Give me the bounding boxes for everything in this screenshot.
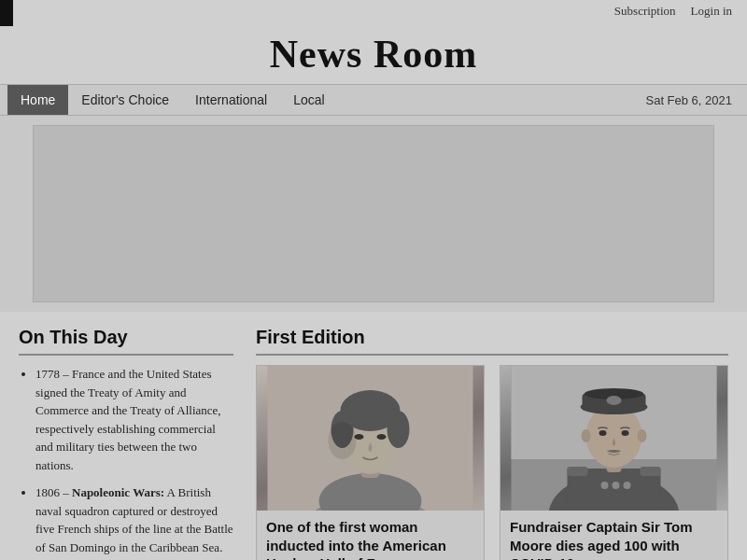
on-this-day-section: On This Day 1778 – France and the United…	[19, 327, 233, 560]
nav-item-local[interactable]: Local	[280, 85, 337, 115]
article-card-woman: One of the first woman inducted into the…	[256, 365, 485, 560]
svg-rect-16	[641, 467, 661, 476]
nav-bar: Home Editor's Choice International Local…	[0, 84, 747, 116]
nav-date: Sat Feb 6, 2021	[645, 93, 740, 107]
first-edition-divider	[256, 354, 728, 356]
site-header: News Room	[0, 22, 747, 84]
nav-items: Home Editor's Choice International Local	[7, 85, 645, 115]
svg-point-25	[607, 396, 622, 405]
svg-point-17	[601, 482, 609, 489]
top-bar: Subscription Login in	[0, 0, 747, 22]
subscription-link[interactable]: Subscription	[614, 4, 676, 19]
svg-point-18	[613, 482, 620, 489]
article-headline-tom[interactable]: Fundraiser Captain Sir Tom Moore dies ag…	[510, 518, 718, 560]
article-body-woman: One of the first woman inducted into the…	[257, 511, 484, 560]
article-image-tom	[500, 366, 727, 511]
svg-point-26	[582, 429, 591, 442]
svg-rect-15	[568, 467, 588, 476]
article-image-woman	[257, 366, 484, 511]
list-item: 1778 – France and the United States sign…	[35, 365, 233, 474]
svg-point-28	[599, 430, 607, 436]
list-item-text: 1778 – France and the United States sign…	[35, 367, 221, 472]
article-headline-woman[interactable]: One of the first woman inducted into the…	[266, 518, 474, 560]
main-content: On This Day 1778 – France and the United…	[0, 312, 747, 560]
svg-point-29	[622, 430, 629, 436]
woman-portrait	[257, 366, 484, 511]
on-this-day-list: 1778 – France and the United States sign…	[19, 365, 233, 560]
nav-item-editors-choice[interactable]: Editor's Choice	[68, 85, 182, 115]
on-this-day-divider	[19, 354, 233, 356]
list-item: 1806 – Napoleonic Wars: A British naval …	[35, 483, 233, 556]
svg-point-19	[624, 482, 631, 489]
list-item-text: 1806 – Napoleonic Wars: A British naval …	[35, 485, 233, 554]
svg-point-7	[388, 411, 410, 448]
article-body-tom: Fundraiser Captain Sir Tom Moore dies ag…	[500, 511, 727, 560]
first-edition-section: First Edition	[256, 327, 728, 560]
black-square-decoration	[0, 0, 13, 26]
nav-item-home[interactable]: Home	[7, 85, 68, 115]
site-title: News Room	[0, 32, 747, 77]
articles-grid: One of the first woman inducted into the…	[256, 365, 728, 560]
on-this-day-title: On This Day	[19, 327, 233, 348]
woman-portrait-svg	[257, 366, 484, 511]
svg-point-10	[329, 422, 357, 459]
first-edition-title: First Edition	[256, 327, 728, 348]
tom-portrait-svg	[500, 366, 727, 511]
svg-point-27	[638, 429, 647, 442]
banner-box	[33, 125, 714, 302]
article-card-tom: Fundraiser Captain Sir Tom Moore dies ag…	[500, 365, 728, 560]
tom-portrait	[500, 366, 727, 511]
nav-item-international[interactable]: International	[182, 85, 280, 115]
login-link[interactable]: Login in	[691, 4, 732, 19]
banner-area	[0, 116, 747, 312]
svg-point-9	[377, 434, 387, 440]
